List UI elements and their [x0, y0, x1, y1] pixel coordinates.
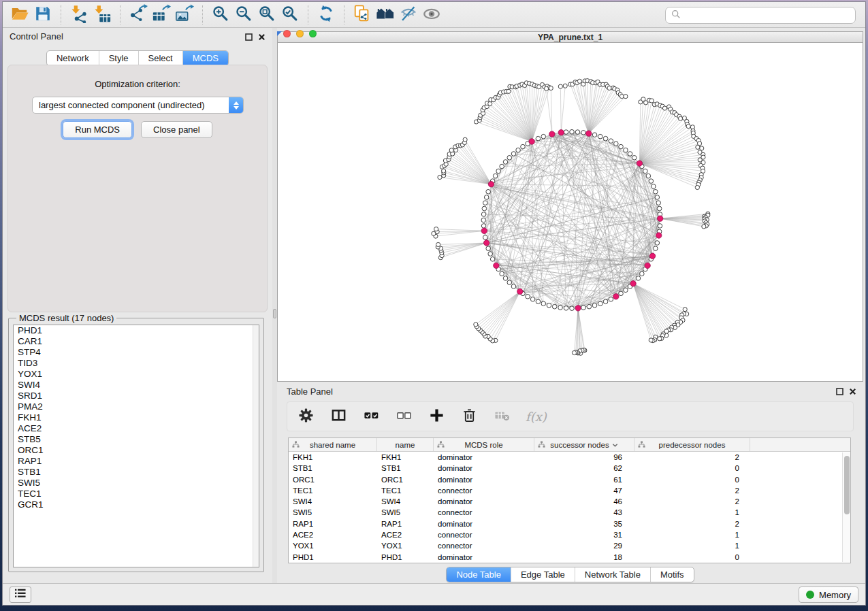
tab-node-table[interactable]: Node Table — [447, 567, 511, 582]
mcds-result-item[interactable]: STB5 — [14, 434, 259, 445]
mcds-result-item[interactable]: TID3 — [14, 358, 259, 369]
network-canvas[interactable] — [277, 43, 863, 382]
tab-mcds[interactable]: MCDS — [182, 51, 228, 65]
table-row[interactable]: SWI4SWI4dominator462 — [289, 496, 850, 507]
run-mcds-button[interactable]: Run MCDS — [63, 121, 132, 138]
column-header-predecessor-nodes[interactable]: predecessor nodes — [634, 438, 750, 451]
export-image-button[interactable] — [173, 4, 196, 26]
mcds-result-item[interactable]: SWI5 — [14, 478, 259, 489]
hierarchy-icon — [538, 441, 545, 450]
tab-select[interactable]: Select — [138, 51, 182, 65]
graph-ring-nodes[interactable] — [432, 79, 710, 356]
show-all-button[interactable] — [420, 4, 443, 26]
tab-edge-table[interactable]: Edge Table — [511, 567, 575, 582]
open-session-button[interactable] — [8, 4, 31, 26]
table-row[interactable]: STB1STB1dominator620 — [289, 463, 850, 474]
table-row[interactable]: RAP1RAP1dominator352 — [289, 518, 850, 529]
table-row[interactable]: YOX1YOX1connector291 — [289, 540, 850, 551]
delete-selected-button[interactable] — [460, 408, 478, 425]
mcds-result-item[interactable]: STB1 — [14, 467, 259, 478]
table-cell: 1 — [634, 540, 750, 551]
mcds-result-item[interactable]: FKH1 — [14, 412, 259, 423]
function-builder-icon[interactable]: f(x) — [526, 410, 547, 424]
table-mode-button[interactable] — [297, 408, 315, 425]
sort-menu-icon[interactable] — [612, 441, 618, 449]
close-table-panel-icon[interactable] — [848, 386, 857, 396]
table-cell: 31 — [534, 529, 634, 540]
zoom-in-button[interactable] — [209, 4, 232, 26]
import-network-button[interactable] — [67, 4, 91, 26]
table-row[interactable]: ACE2ACE2connector311 — [289, 529, 850, 540]
close-panel-button[interactable]: Close panel — [141, 121, 212, 138]
export-table-button[interactable] — [150, 4, 173, 26]
network-view-titlebar[interactable]: YPA_prune.txt_1 — [277, 31, 863, 43]
column-header-successor-nodes[interactable]: successor nodes — [534, 438, 634, 451]
zoom-selected-button[interactable] — [278, 4, 302, 26]
column-header-mcds-role[interactable]: MCDS role — [434, 438, 534, 451]
mcds-result-item[interactable]: RAP1 — [14, 456, 259, 467]
add-column-button[interactable] — [428, 408, 445, 425]
import-table-button[interactable] — [91, 4, 114, 26]
memory-button[interactable]: Memory — [799, 587, 858, 603]
panel-divider[interactable] — [272, 28, 277, 583]
mcds-result-item[interactable]: YOX1 — [14, 369, 259, 380]
zoom-out-button[interactable] — [232, 4, 255, 26]
table-cell — [750, 552, 850, 563]
float-panel-icon[interactable] — [244, 32, 253, 42]
mcds-result-item[interactable]: PMA2 — [14, 401, 259, 412]
tab-network-table[interactable]: Network Table — [575, 567, 650, 582]
divider-grip-icon[interactable] — [273, 309, 276, 318]
mcds-result-item[interactable]: SRD1 — [14, 391, 259, 401]
table-scrollbar[interactable] — [842, 452, 850, 562]
table-row[interactable]: FKH1FKH1dominator962 — [289, 452, 850, 463]
table-cell: connector — [434, 485, 534, 496]
search-input[interactable] — [684, 9, 855, 22]
select-all-button[interactable] — [362, 408, 380, 425]
close-window-icon[interactable] — [283, 30, 291, 37]
minimize-window-icon[interactable] — [296, 30, 304, 37]
mcds-result-item[interactable]: STP4 — [14, 347, 259, 358]
table-cell: 47 — [534, 485, 634, 496]
first-neighbors-button[interactable] — [374, 4, 397, 26]
table-row[interactable]: TEC1TEC1connector472 — [289, 485, 850, 496]
table-cell: STB1 — [377, 463, 434, 474]
duplicate-network-button[interactable] — [351, 4, 374, 26]
deselect-all-button[interactable] — [395, 408, 413, 425]
table-row[interactable]: ORC1ORC1dominator610 — [289, 474, 850, 485]
refresh-layout-button[interactable] — [315, 4, 338, 26]
mcds-result-item[interactable]: TEC1 — [14, 489, 259, 499]
search-icon — [671, 10, 681, 22]
mcds-result-item[interactable]: PHD1 — [14, 325, 259, 336]
tab-network[interactable]: Network — [47, 51, 99, 65]
mcds-result-list[interactable]: PHD1CAR1STP4TID3YOX1SWI4SRD1PMA2FKH1ACE2… — [13, 325, 259, 567]
hide-selected-button[interactable] — [397, 4, 420, 26]
save-session-button[interactable] — [31, 4, 54, 26]
node-table[interactable]: shared namenameMCDS rolesuccessor nodesp… — [288, 437, 851, 563]
table-cell: dominator — [434, 552, 534, 563]
float-table-panel-icon[interactable] — [835, 386, 844, 396]
mcds-result-item[interactable]: CAR1 — [14, 336, 259, 347]
toolbar-separator — [344, 5, 344, 24]
tab-style[interactable]: Style — [99, 51, 138, 65]
mcds-result-item[interactable]: ACE2 — [14, 423, 259, 434]
table-row[interactable]: SWI5SWI5connector431 — [289, 507, 850, 518]
table-cell: dominator — [434, 452, 534, 463]
scrollbar-thumb[interactable] — [844, 456, 850, 514]
memory-status-icon — [806, 591, 814, 599]
search-box[interactable] — [665, 7, 856, 24]
column-header-name[interactable]: name — [377, 438, 434, 451]
criterion-select[interactable]: largest connected component (undirected) — [32, 97, 244, 114]
mcds-result-item[interactable]: GCR1 — [14, 499, 259, 510]
mcds-result-item[interactable]: SWI4 — [14, 380, 259, 391]
zoom-window-icon[interactable] — [309, 30, 317, 37]
table-row[interactable]: PHD1PHD1dominator180 — [289, 552, 850, 563]
zoom-fit-button[interactable] — [255, 4, 278, 26]
task-history-button[interactable] — [10, 587, 31, 603]
column-header-shared-name[interactable]: shared name — [289, 438, 377, 451]
split-view-button[interactable] — [329, 408, 347, 425]
export-network-button[interactable] — [127, 4, 150, 26]
result-list-scrollbar[interactable] — [253, 325, 259, 567]
mcds-result-item[interactable]: ORC1 — [14, 445, 259, 456]
tab-motifs[interactable]: Motifs — [650, 567, 694, 582]
close-panel-icon[interactable] — [257, 32, 266, 42]
